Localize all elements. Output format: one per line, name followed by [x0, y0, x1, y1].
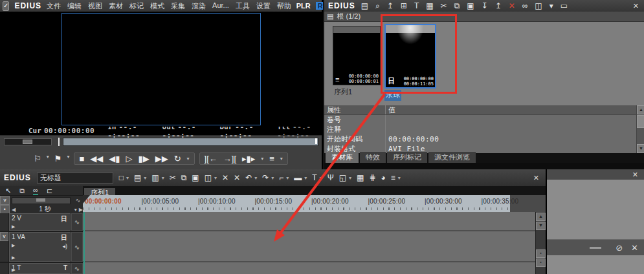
- title-icon[interactable]: T: [312, 173, 316, 182]
- export-dropdown[interactable]: ▾: [349, 175, 351, 181]
- open-dropdown[interactable]: ▾: [144, 175, 146, 181]
- delete-icon[interactable]: ✕: [222, 173, 228, 182]
- timeline-vertical-scrollbar[interactable]: ▲▼▪▪▲▼: [535, 212, 546, 274]
- new-dropdown[interactable]: ▾: [126, 175, 129, 181]
- track-header[interactable]: 1 VA日▶▶◂): [9, 232, 71, 262]
- save-dropdown[interactable]: ▾: [162, 175, 164, 181]
- jog-thumb[interactable]: [23, 140, 32, 144]
- tab-序列标记[interactable]: 序列标记: [387, 152, 427, 163]
- bin-clip[interactable]: 日00:00:00:0000:00:11:05水球: [384, 24, 436, 101]
- redo-icon[interactable]: ↷: [262, 173, 269, 182]
- track-header[interactable]: 2 V日▶: [9, 213, 71, 231]
- layout-dropdown[interactable]: ▾: [398, 175, 401, 181]
- video-mute-button[interactable]: v: [0, 196, 10, 205]
- property-row[interactable]: 卷号: [324, 115, 644, 125]
- track-lanes[interactable]: [83, 212, 536, 274]
- display-dropdown[interactable]: ▾: [280, 156, 283, 162]
- menu-item-模式[interactable]: 模式: [150, 1, 164, 11]
- out-dropdown[interactable]: ▾: [67, 154, 69, 163]
- create-title-icon[interactable]: T: [414, 1, 419, 10]
- add-cut-point-icon[interactable]: ▬: [294, 173, 302, 182]
- timeline-close-button[interactable]: ✕: [531, 174, 542, 182]
- stop-button[interactable]: ■: [79, 154, 84, 163]
- set-in-flag-button[interactable]: ⚐: [34, 154, 41, 163]
- up-folder-icon[interactable]: ↥: [387, 1, 394, 10]
- view-dropdown[interactable]: ▾: [550, 1, 553, 10]
- select-mode-icon[interactable]: ↖: [5, 187, 11, 195]
- ripple-dropdown[interactable]: ▾: [214, 175, 217, 181]
- cut-icon[interactable]: ✂: [441, 1, 447, 10]
- scrollbar-button[interactable]: ▲: [536, 213, 546, 221]
- open-project-icon[interactable]: ▤: [134, 173, 141, 182]
- track-expander-icon[interactable]: ▶: [12, 243, 15, 248]
- add-clip-icon[interactable]: ⊞: [401, 1, 407, 10]
- bin-folder-bar[interactable]: ▤ 根 (1/2): [324, 12, 644, 22]
- menu-item-标记[interactable]: 标记: [129, 1, 144, 11]
- scroll-up-icon[interactable]: ▲: [637, 105, 644, 114]
- next-frame-button[interactable]: ▮▶: [138, 154, 149, 163]
- play-button[interactable]: ▷: [126, 154, 132, 163]
- save-project-icon[interactable]: ▥: [151, 173, 159, 182]
- ripple-delete-icon[interactable]: ✕: [234, 173, 240, 182]
- scale-prev-icon[interactable]: ◀: [12, 207, 16, 213]
- tab-素材库[interactable]: 素材库: [326, 152, 359, 163]
- position-bar[interactable]: [63, 138, 318, 146]
- scrollbar-button[interactable]: ▼: [536, 222, 546, 230]
- capture-icon[interactable]: ▭: [561, 1, 568, 10]
- value-column-header[interactable]: 值: [386, 105, 398, 114]
- track-expander-icon[interactable]: ▶: [12, 268, 15, 273]
- menu-item-渲染[interactable]: 渲染: [192, 1, 206, 11]
- properties-icon[interactable]: ∞: [522, 1, 528, 10]
- properties-scrollbar[interactable]: ▲ ▼: [636, 105, 644, 153]
- sync-mode-icon[interactable]: ∞: [33, 186, 38, 195]
- export-icon[interactable]: ◱: [339, 173, 346, 182]
- goto-in-button[interactable]: ][←: [205, 154, 217, 163]
- view-mode-icon[interactable]: ◫: [535, 1, 542, 10]
- redo-dropdown[interactable]: ▾: [271, 175, 274, 181]
- track-waveform-button[interactable]: ∿: [71, 213, 83, 231]
- layout-icon[interactable]: ≡: [391, 173, 395, 182]
- bin-clip[interactable]: ≡00:00:00:0000:00:00:01序列1: [333, 26, 382, 97]
- color-correction-icon[interactable]: ◕: [381, 173, 386, 182]
- menu-item-视图[interactable]: 视图: [88, 1, 102, 11]
- scroll-down-icon[interactable]: ▼: [637, 144, 644, 153]
- clip-label[interactable]: 序列1: [333, 87, 353, 96]
- zoom-thumb[interactable]: [36, 198, 45, 202]
- copy-icon[interactable]: ⧉: [181, 173, 187, 182]
- in-dropdown[interactable]: ▾: [47, 154, 49, 163]
- multicam-icon[interactable]: ▦: [357, 173, 364, 182]
- track-header[interactable]: 1 TT▶: [9, 263, 71, 274]
- prev-frame-button[interactable]: ◀▮: [109, 154, 120, 163]
- menu-item-Aur...[interactable]: Aur...: [212, 1, 229, 11]
- ripple-mode-icon[interactable]: ⊏: [47, 187, 52, 195]
- plr-mode-button[interactable]: PLR: [296, 2, 311, 10]
- scale-label[interactable]: 1 秒: [17, 205, 72, 214]
- copy-icon[interactable]: ⧉: [454, 1, 460, 10]
- menu-item-文件[interactable]: 文件: [47, 1, 61, 11]
- loop-dropdown[interactable]: ▾: [187, 156, 190, 162]
- menu-item-素材[interactable]: 素材: [109, 1, 123, 11]
- speaker-icon[interactable]: ◂): [62, 243, 67, 249]
- search-icon[interactable]: ⌕: [375, 1, 380, 10]
- track-mute-button[interactable]: v: [0, 232, 8, 241]
- clip-thumbnail[interactable]: 日00:00:00:0000:00:11:05: [384, 24, 436, 89]
- play-dropdown[interactable]: ▾: [261, 156, 263, 162]
- menu-item-帮助[interactable]: 帮助: [277, 1, 291, 11]
- add-to-bin-icon[interactable]: ↥: [495, 1, 502, 10]
- track-waveform-button[interactable]: ∿: [71, 232, 83, 262]
- title-dropdown[interactable]: ▾: [320, 175, 322, 181]
- track-waveform-button[interactable]: ∿: [71, 263, 83, 274]
- jog-slider[interactable]: [4, 138, 52, 145]
- undo-icon[interactable]: ↶: [245, 173, 252, 182]
- ruler-scale[interactable]: 00:00:00:00|00:00:05:00|00:00:10:00|00:0…: [83, 195, 510, 212]
- rewind-button[interactable]: ◀◀: [90, 154, 103, 163]
- new-folder-icon[interactable]: ▤: [361, 1, 368, 10]
- tab-源文件浏览[interactable]: 源文件浏览: [428, 152, 476, 163]
- fast-forward-button[interactable]: ▶▶: [155, 154, 168, 163]
- send-to-timeline-icon[interactable]: ↧: [482, 1, 488, 10]
- clip-thumbnail[interactable]: ≡00:00:00:0000:00:00:01: [333, 26, 381, 85]
- drag-handle[interactable]: [590, 247, 601, 249]
- audio-mixer-icon[interactable]: ⋕: [369, 173, 375, 182]
- scale-caret-icon[interactable]: ▾: [74, 207, 77, 213]
- insert-overwrite-mode-icon[interactable]: ⧉: [19, 187, 25, 195]
